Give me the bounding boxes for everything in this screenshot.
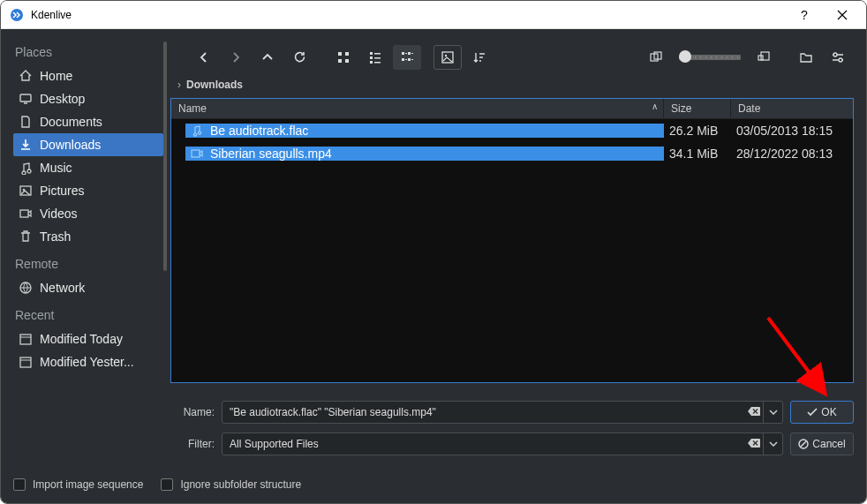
svg-rect-22 — [405, 53, 407, 54]
view-compact-button[interactable] — [361, 45, 389, 70]
places-sidebar: Places Home Desktop Documents Downloads … — [13, 41, 163, 455]
file-date: 03/05/2013 18:15 — [731, 124, 853, 138]
svg-point-32 — [833, 53, 837, 56]
filter-label: Filter: — [170, 438, 215, 450]
new-folder-button[interactable] — [792, 45, 820, 70]
file-list-header: Name∧ Size Date — [171, 99, 853, 119]
footer: Import image sequence Ignore subfolder s… — [1, 468, 866, 503]
file-size: 34.1 MiB — [664, 147, 731, 161]
section-recent: Recent — [13, 305, 163, 327]
filter-dropdown-button[interactable] — [763, 433, 782, 455]
svg-rect-4 — [20, 210, 28, 217]
svg-point-27 — [445, 55, 447, 56]
file-name: Siberian seagulls.mp4 — [210, 147, 332, 161]
svg-rect-1 — [20, 94, 31, 102]
sidebar-item-downloads[interactable]: Downloads — [13, 133, 163, 156]
clear-filter-button[interactable] — [745, 439, 763, 449]
ignore-subfolder-checkbox[interactable]: Ignore subfolder structure — [161, 478, 301, 491]
svg-rect-8 — [338, 52, 342, 56]
view-details-button[interactable] — [393, 45, 421, 70]
file-list-area: Name∧ Size Date Be audiotrack.flac 26.2 … — [170, 98, 854, 383]
sort-button[interactable] — [465, 45, 494, 70]
file-size: 26.2 MiB — [664, 124, 731, 138]
file-row[interactable]: Be audiotrack.flac 26.2 MiB 03/05/2013 1… — [171, 119, 853, 142]
svg-rect-15 — [374, 57, 381, 59]
sidebar-item-pictures[interactable]: Pictures — [13, 179, 163, 202]
titlebar: Kdenlive ? — [1, 1, 866, 29]
sidebar-item-network[interactable]: Network — [13, 276, 163, 299]
import-image-sequence-checkbox[interactable]: Import image sequence — [13, 478, 143, 491]
name-label: Name: — [170, 406, 215, 418]
column-header-date[interactable]: Date — [731, 99, 853, 118]
video-file-icon — [191, 147, 203, 160]
sidebar-item-videos[interactable]: Videos — [13, 202, 163, 225]
nav-forward-button[interactable] — [222, 45, 250, 70]
toolbar — [170, 41, 854, 73]
svg-rect-20 — [408, 52, 411, 55]
filter-combobox[interactable]: All Supported Files — [222, 433, 783, 455]
zoom-slider[interactable] — [679, 55, 741, 60]
network-icon — [19, 281, 33, 295]
zoom-in-button[interactable] — [750, 45, 778, 70]
nav-back-button[interactable] — [190, 45, 218, 70]
cancel-button[interactable]: Cancel — [790, 433, 854, 455]
app-icon — [10, 8, 24, 22]
settings-button[interactable] — [824, 45, 852, 70]
file-list[interactable]: Be audiotrack.flac 26.2 MiB 03/05/2013 1… — [171, 119, 853, 382]
sidebar-item-trash[interactable]: Trash — [13, 225, 163, 248]
audio-file-icon — [191, 124, 203, 137]
sidebar-scrollbar[interactable] — [163, 41, 167, 271]
breadcrumb[interactable]: › Downloads — [170, 73, 854, 96]
clear-name-button[interactable] — [745, 407, 763, 417]
svg-rect-13 — [374, 53, 381, 55]
sidebar-item-desktop[interactable]: Desktop — [13, 87, 163, 110]
file-row[interactable]: Siberian seagulls.mp4 34.1 MiB 28/12/202… — [171, 142, 853, 165]
preview-toggle-button[interactable] — [434, 45, 462, 70]
breadcrumb-segment[interactable]: Downloads — [186, 79, 243, 91]
zoom-out-button[interactable] — [642, 45, 670, 70]
svg-rect-24 — [405, 59, 407, 60]
svg-rect-11 — [345, 59, 349, 63]
svg-rect-17 — [374, 62, 381, 64]
picture-icon — [19, 184, 33, 198]
column-header-size[interactable]: Size — [664, 99, 731, 118]
svg-point-33 — [839, 58, 842, 62]
sidebar-item-home[interactable]: Home — [13, 64, 163, 87]
sidebar-item-modified-yesterday[interactable]: Modified Yester... — [13, 350, 163, 373]
calendar-icon — [19, 332, 33, 346]
name-input[interactable] — [222, 406, 745, 418]
name-combobox[interactable] — [222, 401, 783, 424]
file-date: 28/12/2022 08:13 — [731, 147, 853, 161]
sidebar-item-modified-today[interactable]: Modified Today — [13, 327, 163, 350]
svg-rect-16 — [370, 61, 373, 64]
svg-rect-9 — [345, 52, 349, 56]
trash-icon — [19, 229, 33, 244]
svg-rect-21 — [408, 58, 411, 61]
sort-asc-icon: ∧ — [652, 102, 658, 111]
music-icon — [19, 161, 33, 175]
svg-rect-34 — [192, 150, 200, 157]
svg-rect-7 — [20, 357, 31, 367]
help-button[interactable]: ? — [787, 2, 822, 28]
svg-rect-23 — [411, 53, 413, 54]
svg-rect-25 — [411, 59, 413, 60]
ok-button[interactable]: OK — [790, 401, 854, 424]
home-icon — [19, 69, 33, 83]
sidebar-item-documents[interactable]: Documents — [13, 110, 163, 133]
svg-rect-12 — [370, 52, 373, 55]
section-remote: Remote — [13, 253, 163, 276]
reload-button[interactable] — [285, 45, 313, 70]
name-dropdown-button[interactable] — [763, 402, 782, 423]
file-name: Be audiotrack.flac — [210, 124, 308, 138]
calendar-icon — [19, 355, 33, 369]
section-places: Places — [13, 41, 163, 64]
close-button[interactable] — [822, 2, 863, 28]
nav-up-button[interactable] — [253, 45, 282, 70]
download-icon — [19, 138, 33, 152]
document-icon — [19, 115, 33, 129]
view-icons-button[interactable] — [329, 45, 358, 70]
sidebar-item-music[interactable]: Music — [13, 156, 163, 179]
svg-rect-18 — [402, 52, 404, 55]
chevron-right-icon: › — [177, 79, 181, 91]
column-header-name[interactable]: Name∧ — [171, 99, 664, 118]
